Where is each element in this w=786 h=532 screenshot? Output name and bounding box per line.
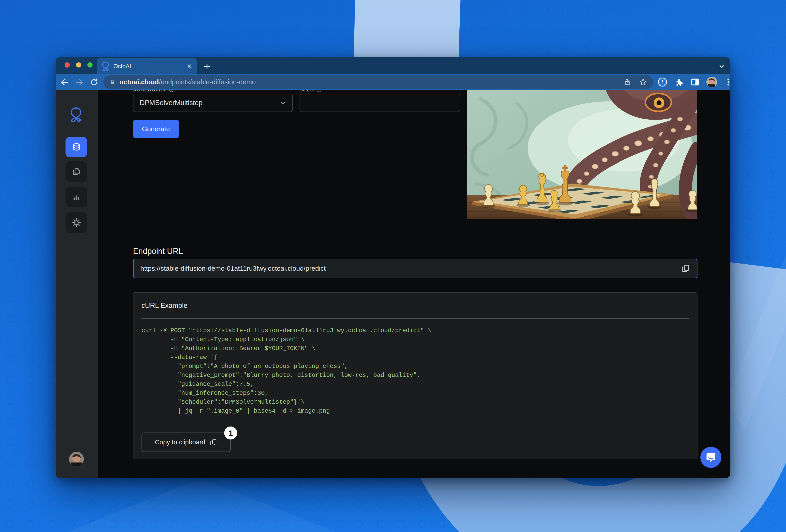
generate-button[interactable]: Generate <box>133 120 179 138</box>
side-panel-icon[interactable] <box>690 77 700 87</box>
seed-label: SEED <box>300 90 322 93</box>
browser-menu-kebab-icon[interactable] <box>724 77 730 87</box>
browser-profile-avatar[interactable] <box>707 77 717 87</box>
extensions-puzzle-icon[interactable] <box>674 77 684 87</box>
generated-image <box>467 90 697 219</box>
info-icon <box>316 90 322 93</box>
reload-button[interactable] <box>88 76 100 88</box>
scheduler-value: DPMSolverMultistep <box>140 99 203 107</box>
tab-search-chevron-icon[interactable] <box>715 60 728 73</box>
tab-close-icon[interactable] <box>186 63 192 69</box>
octoai-favicon-icon <box>102 62 109 71</box>
tab-title: OctoAI <box>113 63 186 70</box>
octoai-page: SCHEDULER SEED DP <box>56 90 730 478</box>
url-path: /endpoints/stable-diffusion-demo <box>159 78 256 86</box>
new-tab-button[interactable] <box>201 60 213 73</box>
address-bar[interactable]: octoai.cloud/endpoints/stable-diffusion-… <box>103 75 653 89</box>
card-divider <box>141 318 689 319</box>
sidebar-item-endpoints[interactable] <box>66 137 87 157</box>
endpoint-url-value: https://stable-diffusion-demo-01at11ru3f… <box>140 265 681 272</box>
chat-support-button[interactable] <box>700 447 721 468</box>
gear-icon <box>72 218 82 228</box>
url-domain: octoai.cloud <box>119 78 159 86</box>
annotation-badge-1: 1 <box>224 426 237 439</box>
curl-code: curl -X POST "https://stable-diffusion-d… <box>141 326 431 416</box>
browser-tab-strip: OctoAI <box>56 57 730 74</box>
zoom-window-button[interactable] <box>87 62 93 68</box>
curl-example-card: cURL Example curl -X POST "https://stabl… <box>133 292 697 459</box>
sidebar-item-settings[interactable] <box>66 212 87 233</box>
desktop-background: OctoAI <box>0 0 786 532</box>
user-avatar[interactable] <box>69 452 84 466</box>
copy-to-clipboard-button[interactable]: Copy to clipboard <box>141 433 231 452</box>
section-divider <box>133 234 697 234</box>
url-text: octoai.cloud/endpoints/stable-diffusion-… <box>119 78 623 86</box>
endpoint-url-heading: Endpoint URL <box>133 247 183 256</box>
sidebar-item-documents[interactable] <box>66 161 87 182</box>
scheduler-label: SCHEDULER <box>133 90 174 93</box>
sidebar-item-analytics[interactable] <box>66 187 87 207</box>
close-window-button[interactable] <box>65 62 70 68</box>
bar-chart-icon <box>72 192 82 202</box>
seed-input[interactable] <box>300 94 460 112</box>
minimize-window-button[interactable] <box>76 62 81 68</box>
password-manager-extension-icon[interactable] <box>657 77 668 87</box>
endpoint-url-input[interactable]: https://stable-diffusion-demo-01at11ru3f… <box>133 259 697 278</box>
curl-example-title: cURL Example <box>141 302 188 309</box>
browser-window: OctoAI <box>56 57 730 478</box>
browser-tab-octoai[interactable]: OctoAI <box>97 58 197 74</box>
documents-icon <box>72 167 82 177</box>
back-button[interactable] <box>59 76 71 88</box>
app-sidebar <box>56 90 98 478</box>
database-icon <box>72 142 82 152</box>
chat-bubble-icon <box>705 452 717 463</box>
bookmark-star-icon[interactable] <box>639 78 647 86</box>
info-icon <box>168 90 174 93</box>
share-icon[interactable] <box>623 78 631 86</box>
copy-icon <box>210 439 217 446</box>
window-controls[interactable] <box>65 62 93 68</box>
forward-button[interactable] <box>73 76 85 88</box>
chevron-down-icon <box>280 100 286 106</box>
browser-toolbar: octoai.cloud/endpoints/stable-diffusion-… <box>56 74 730 90</box>
octoai-logo[interactable] <box>70 107 82 122</box>
scheduler-select[interactable]: DPMSolverMultistep <box>133 94 293 112</box>
copy-url-icon[interactable] <box>681 264 690 273</box>
endpoint-demo-main: SCHEDULER SEED DP <box>98 90 730 478</box>
lock-icon <box>109 79 116 85</box>
